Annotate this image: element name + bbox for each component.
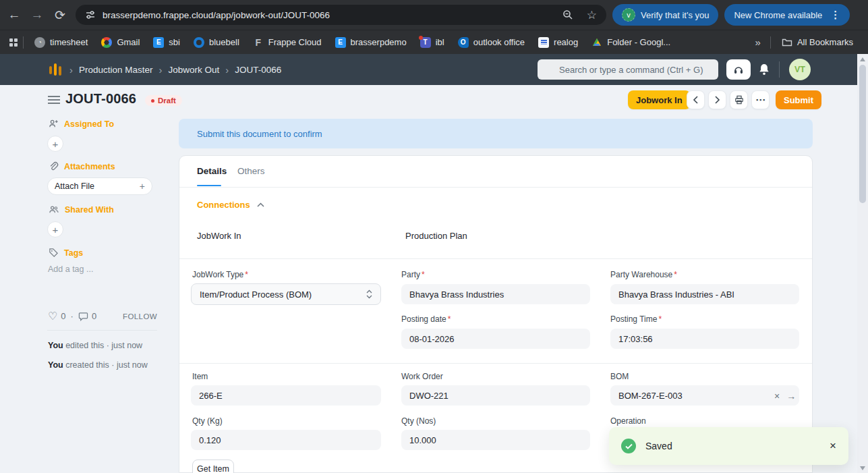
tab-details[interactable]: Details: [197, 166, 227, 176]
browser-reload-icon[interactable]: ⟳: [49, 7, 71, 23]
bookmark-outlook[interactable]: O outlook office: [458, 37, 525, 48]
prev-document-button[interactable]: [687, 90, 705, 109]
connections-toggle[interactable]: Connections: [197, 200, 264, 210]
item-input[interactable]: [191, 385, 381, 406]
add-tag-input[interactable]: Add a tag ...: [48, 265, 93, 274]
follow-button[interactable]: FOLLOW: [123, 312, 157, 321]
comment-icon[interactable]: [78, 312, 88, 321]
global-search-input[interactable]: [538, 59, 718, 80]
address-bar[interactable]: brasserpdemo.frappe.cloud/app/jobwork-ou…: [76, 5, 606, 25]
jobwork-type-select[interactable]: Item/Product Process (BOM): [191, 283, 381, 305]
form-card: [179, 155, 813, 473]
posting-date-input[interactable]: [401, 329, 590, 349]
breadcrumb-current-doc[interactable]: JOUT-0066: [235, 65, 281, 75]
paperclip-icon: [49, 161, 59, 171]
next-document-button[interactable]: [708, 90, 726, 109]
bookmark-star-icon[interactable]: ☆: [587, 8, 597, 22]
dot-separator: ·: [71, 311, 74, 321]
page-scrollbar[interactable]: [857, 54, 868, 473]
browser-forward-icon[interactable]: →: [26, 7, 49, 22]
party-warehouse-label: Party Warehouse*: [610, 270, 677, 279]
chrome-menu-icon[interactable]: ⋮: [830, 9, 840, 21]
scrollbar-thumb[interactable]: [859, 65, 866, 203]
scroll-up-icon[interactable]: [860, 57, 865, 61]
party-warehouse-input[interactable]: [610, 284, 799, 304]
site-info-icon[interactable]: [85, 9, 96, 20]
activity-what: created this · just now: [65, 360, 148, 370]
scroll-down-icon[interactable]: [860, 466, 865, 470]
printer-icon: [734, 95, 744, 105]
bookmark-bluebell[interactable]: bluebell: [194, 37, 239, 48]
print-button[interactable]: [730, 90, 748, 109]
jobwork-type-label: JobWork Type*: [192, 270, 248, 279]
bookmark-brasserpdemo[interactable]: E brasserpdemo: [335, 37, 407, 48]
bookmark-gmail[interactable]: Gmail: [101, 37, 140, 48]
sidebar-toggle-icon[interactable]: [47, 95, 61, 105]
comment-count: 0: [92, 311, 96, 321]
user-avatar[interactable]: VT: [789, 59, 811, 80]
screen: ← → ⟳ brasserpdemo.frappe.cloud/app/jobw…: [0, 0, 868, 473]
zoom-indicator-icon[interactable]: [562, 9, 573, 20]
connections-label: Connections: [197, 200, 250, 210]
add-share-button[interactable]: +: [47, 221, 63, 238]
browser-back-icon[interactable]: ←: [3, 7, 26, 22]
users-icon: [49, 204, 59, 215]
browser-toolbar: ← → ⟳ brasserpdemo.frappe.cloud/app/jobw…: [0, 0, 868, 30]
tab-others[interactable]: Others: [237, 166, 265, 176]
posting-time-input[interactable]: [610, 329, 799, 349]
add-assignment-button[interactable]: +: [47, 136, 63, 152]
apps-grid-icon[interactable]: [8, 37, 19, 48]
realog-favicon: [538, 37, 549, 48]
connection-link-production-plan[interactable]: Production Plan: [405, 231, 467, 241]
new-chrome-button[interactable]: New Chrome available ⋮: [724, 4, 850, 26]
bookmark-realog[interactable]: realog: [538, 37, 578, 48]
shared-with-label: Shared With: [65, 205, 114, 215]
bookmark-timesheet[interactable]: ◔ timesheet: [34, 37, 88, 48]
get-item-button[interactable]: Get Item: [192, 460, 234, 473]
connection-link-jobwork-in[interactable]: JobWork In: [197, 231, 241, 241]
gmail-favicon: [101, 37, 112, 48]
attachments-section: Attachments: [49, 161, 115, 171]
like-heart-icon[interactable]: ♡: [48, 310, 57, 323]
bookmark-frappe-cloud[interactable]: F Frappe Cloud: [253, 37, 322, 48]
breadcrumb-production-master[interactable]: Production Master: [79, 65, 153, 75]
headset-icon: [733, 65, 744, 75]
bookmarks-divider: [770, 36, 771, 49]
work-order-input[interactable]: [401, 385, 590, 406]
select-stepper-icon: [366, 289, 372, 299]
menu-button[interactable]: ⋯: [751, 90, 770, 109]
bookmarks-overflow-icon[interactable]: »: [750, 36, 766, 48]
bookmarks-divider: [23, 36, 24, 49]
url-text[interactable]: brasserpdemo.frappe.cloud/app/jobwork-ou…: [103, 10, 330, 20]
activity-who: You: [48, 360, 63, 370]
help-headset-button[interactable]: [726, 59, 751, 80]
bookmark-label: realog: [554, 37, 578, 47]
bookmark-ibl[interactable]: T ibl: [420, 37, 444, 48]
bookmark-sbi[interactable]: E sbi: [153, 37, 180, 48]
bom-open-link-icon[interactable]: →: [786, 391, 796, 401]
submit-alert-banner: Submit this document to confirm: [179, 119, 813, 148]
bookmark-label: bluebell: [209, 37, 239, 47]
qty-nos-input[interactable]: [401, 430, 590, 450]
notifications-bell-icon[interactable]: [758, 63, 770, 76]
all-bookmarks-button[interactable]: All Bookmarks: [782, 37, 853, 47]
party-input[interactable]: [401, 284, 590, 304]
breadcrumb-jobwork-out[interactable]: Jobwork Out: [169, 65, 220, 75]
attach-file-button[interactable]: Attach File +: [47, 177, 152, 195]
saved-toast: Saved ×: [609, 427, 848, 465]
alert-message: Submit this document to confirm: [197, 129, 322, 139]
bom-input[interactable]: [610, 385, 799, 406]
bom-clear-icon[interactable]: ×: [774, 391, 780, 401]
verify-profile-button[interactable]: v Verify that it's you: [612, 4, 718, 26]
qty-kg-input[interactable]: [191, 430, 381, 450]
breadcrumb-chevron-icon: ›: [225, 64, 229, 76]
bookmark-google-folder[interactable]: Folder - Googl...: [591, 37, 670, 48]
page-title: JOUT-0066: [65, 91, 136, 107]
qty-nos-label: Qty (Nos): [401, 416, 436, 426]
app-logo-icon[interactable]: [49, 61, 63, 78]
jobwork-in-button[interactable]: Jobwork In: [628, 90, 691, 109]
submit-button[interactable]: Submit: [776, 90, 821, 109]
toast-close-icon[interactable]: ×: [830, 439, 836, 453]
success-check-icon: [621, 439, 636, 453]
tags-section: Tags: [49, 248, 83, 258]
